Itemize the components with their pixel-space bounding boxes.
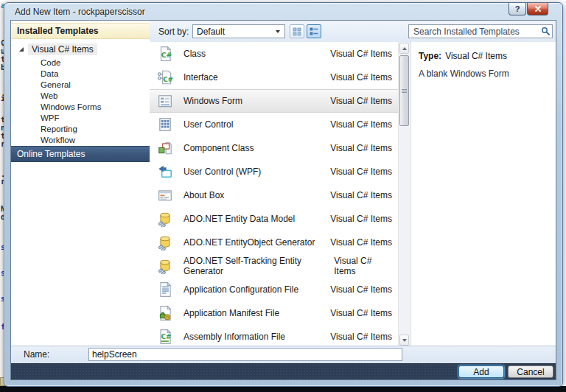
sidebar-category-item[interactable]: Web <box>11 91 150 102</box>
tree-root-label: Visual C# Items <box>28 43 97 55</box>
list-item-category: Visual C# Items <box>334 256 392 276</box>
sidebar-item-visual-csharp-items[interactable]: Visual C# Items <box>11 43 150 55</box>
add-button[interactable]: Add <box>458 365 504 378</box>
search-icon[interactable] <box>539 27 552 36</box>
windows-form-icon <box>157 93 173 109</box>
list-item[interactable]: ADO.NET Entity Data Model Visual C# Item… <box>150 207 398 231</box>
list-item-category: Visual C# Items <box>330 284 392 295</box>
list-scrollbar[interactable] <box>398 42 410 346</box>
sidebar-category-list: CodeDataGeneralWebWindows FormsWPFReport… <box>11 57 150 146</box>
list-item-label: User Control (WPF) <box>184 167 261 177</box>
list-item[interactable]: ADO.NET Self-Tracking Entity Generator V… <box>150 254 398 278</box>
list-item-label: Component Class <box>184 143 254 153</box>
list-item[interactable]: Component Class Visual C# Items <box>150 136 398 160</box>
list-item-category: Visual C# Items <box>330 119 392 130</box>
csharp-interface-icon <box>157 69 173 85</box>
scrollbar-thumb[interactable] <box>399 55 409 126</box>
scroll-up-button[interactable] <box>399 43 409 54</box>
triangle-up-icon <box>402 47 407 50</box>
sort-dropdown-value: Default <box>193 27 276 37</box>
list-item-label: User Control <box>184 119 233 130</box>
online-templates-header[interactable]: Online Templates <box>11 146 150 162</box>
list-item-label: Assembly Information File <box>184 332 285 342</box>
large-icons-icon <box>310 27 318 36</box>
list-item-label: Interface <box>184 72 218 83</box>
installed-templates-header[interactable]: Installed Templates <box>11 23 150 39</box>
assembly-info-icon <box>157 329 173 345</box>
sort-dropdown[interactable]: Default <box>192 24 285 38</box>
list-item-category: Visual C# Items <box>330 49 392 59</box>
list-item-label: ADO.NET Self-Tracking Entity Generator <box>184 256 334 276</box>
list-item-label: ADO.NET EntityObject Generator <box>184 237 315 248</box>
cancel-button[interactable]: Cancel <box>508 365 553 378</box>
config-file-icon <box>157 281 173 298</box>
component-class-icon <box>157 140 173 156</box>
database-icon <box>157 211 173 227</box>
sidebar-category-item[interactable]: Data <box>11 69 150 80</box>
expand-triangle-icon[interactable] <box>18 46 24 52</box>
list-item[interactable]: About Box Visual C# Items <box>150 183 398 207</box>
user-control-icon <box>157 116 173 133</box>
list-item[interactable]: ADO.NET EntityObject Generator Visual C#… <box>150 231 398 254</box>
database-icon <box>157 258 173 274</box>
name-input[interactable] <box>88 348 402 361</box>
list-item-category: Visual C# Items <box>330 308 392 318</box>
search-input[interactable] <box>409 26 539 38</box>
search-box <box>408 24 553 38</box>
sidebar-category-item[interactable]: Windows Forms <box>11 102 150 113</box>
chevron-down-icon <box>276 30 280 33</box>
type-value: Visual C# Items <box>445 51 507 61</box>
list-item[interactable]: Class Visual C# Items <box>150 42 398 66</box>
sort-by-label: Sort by: <box>158 27 189 37</box>
list-item-label: Class <box>184 49 206 59</box>
name-label: Name: <box>24 349 49 360</box>
list-item-category: Visual C# Items <box>330 214 392 224</box>
sidebar-category-item[interactable]: Workflow <box>11 135 150 146</box>
about-box-icon <box>157 187 173 203</box>
list-item-category: Visual C# Items <box>330 237 392 248</box>
large-icons-view-button[interactable] <box>307 24 321 38</box>
type-label: Type: <box>419 51 441 61</box>
close-button[interactable] <box>527 3 548 15</box>
dialog-footer: Add Cancel <box>11 363 556 379</box>
help-button[interactable]: ? <box>509 3 526 15</box>
list-item-label: ADO.NET Entity Data Model <box>184 214 295 224</box>
sidebar-category-item[interactable]: Reporting <box>11 124 150 135</box>
list-item[interactable]: Interface Visual C# Items <box>150 66 398 89</box>
list-item-category: Visual C# Items <box>330 190 392 200</box>
close-icon <box>534 5 542 13</box>
list-item[interactable]: Assembly Information File Visual C# Item… <box>150 325 398 346</box>
list-item-label: Application Configuration File <box>184 284 298 295</box>
add-new-item-dialog: Add New Item - rockpaperscissor ? Instal… <box>4 2 563 387</box>
sidebar-category-item[interactable]: General <box>11 80 150 91</box>
template-details-panel: Type:Visual C# Items A blank Windows For… <box>410 42 556 346</box>
manifest-file-icon <box>157 305 173 321</box>
template-list: Class Visual C# Items Interface Visual C… <box>150 42 398 346</box>
list-item[interactable]: Application Configuration File Visual C#… <box>150 278 398 301</box>
sort-search-toolbar: Sort by: Default <box>150 21 556 43</box>
database-icon <box>157 234 173 251</box>
dialog-client-area: Installed Templates Visual C# Items Code… <box>10 20 556 380</box>
list-item-category: Visual C# Items <box>330 72 392 83</box>
small-icons-icon <box>293 27 301 36</box>
list-item-category: Visual C# Items <box>330 143 392 153</box>
small-icons-view-button[interactable] <box>290 24 304 38</box>
template-description: A blank Windows Form <box>419 69 548 79</box>
list-item-category: Visual C# Items <box>330 332 392 342</box>
list-item-category: Visual C# Items <box>330 96 392 106</box>
scroll-down-button[interactable] <box>399 335 409 346</box>
template-type-line: Type:Visual C# Items <box>419 51 548 61</box>
templates-sidebar: Installed Templates Visual C# Items Code… <box>11 21 150 346</box>
list-item[interactable]: Windows Form Visual C# Items <box>150 89 398 113</box>
list-item[interactable]: User Control (WPF) Visual C# Items <box>150 160 398 183</box>
help-icon: ? <box>515 4 520 13</box>
name-row: Name: <box>11 346 556 364</box>
list-item[interactable]: User Control Visual C# Items <box>150 113 398 136</box>
scrollbar-grip-icon <box>402 89 407 93</box>
background-bottom-strip <box>0 386 566 392</box>
list-item[interactable]: Application Manifest File Visual C# Item… <box>150 301 398 325</box>
list-item-label: Application Manifest File <box>184 308 279 318</box>
list-item-label: Windows Form <box>184 96 242 106</box>
sidebar-category-item[interactable]: Code <box>11 57 150 69</box>
sidebar-category-item[interactable]: WPF <box>11 113 150 124</box>
